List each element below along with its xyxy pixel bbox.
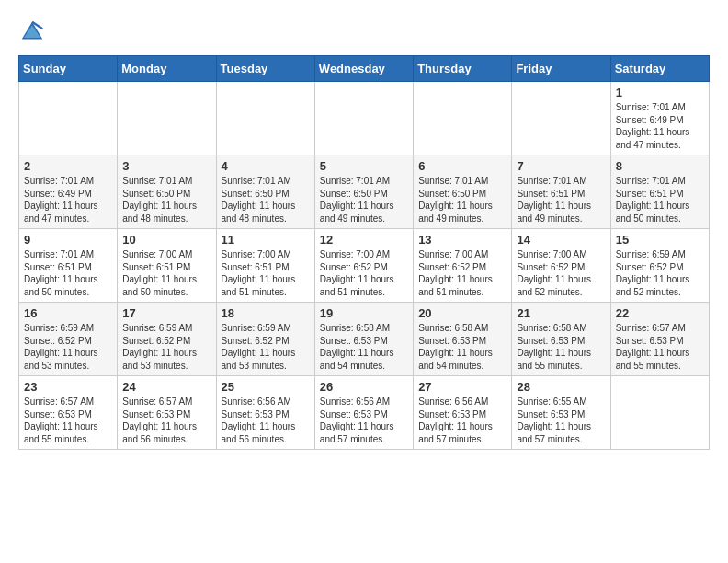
day-number: 27 bbox=[418, 380, 506, 394]
calendar-cell: 7Sunrise: 7:01 AM Sunset: 6:51 PM Daylig… bbox=[512, 155, 610, 229]
calendar-cell: 19Sunrise: 6:58 AM Sunset: 6:53 PM Dayli… bbox=[314, 303, 413, 376]
calendar-cell bbox=[216, 82, 314, 155]
calendar-cell: 21Sunrise: 6:58 AM Sunset: 6:53 PM Dayli… bbox=[512, 303, 610, 376]
day-info: Sunrise: 7:01 AM Sunset: 6:50 PM Dayligh… bbox=[122, 175, 210, 224]
day-info: Sunrise: 6:56 AM Sunset: 6:53 PM Dayligh… bbox=[418, 396, 506, 445]
calendar-cell: 25Sunrise: 6:56 AM Sunset: 6:53 PM Dayli… bbox=[216, 376, 314, 450]
calendar-cell bbox=[19, 82, 118, 155]
day-info: Sunrise: 6:59 AM Sunset: 6:52 PM Dayligh… bbox=[122, 322, 210, 372]
calendar-cell bbox=[314, 82, 413, 155]
day-info: Sunrise: 6:58 AM Sunset: 6:53 PM Dayligh… bbox=[418, 322, 506, 372]
day-info: Sunrise: 7:01 AM Sunset: 6:51 PM Dayligh… bbox=[616, 175, 704, 224]
day-number: 7 bbox=[517, 159, 605, 173]
day-number: 8 bbox=[616, 159, 704, 173]
day-number: 6 bbox=[418, 159, 506, 173]
day-info: Sunrise: 6:55 AM Sunset: 6:53 PM Dayligh… bbox=[517, 396, 605, 445]
page-header bbox=[18, 18, 710, 46]
day-number: 14 bbox=[517, 233, 605, 247]
calendar-cell: 11Sunrise: 7:00 AM Sunset: 6:51 PM Dayli… bbox=[216, 229, 314, 303]
calendar-week-row: 23Sunrise: 6:57 AM Sunset: 6:53 PM Dayli… bbox=[19, 376, 710, 450]
day-number: 19 bbox=[320, 306, 408, 320]
day-number: 2 bbox=[24, 159, 112, 173]
weekday-header-monday: Monday bbox=[118, 56, 216, 82]
day-number: 28 bbox=[517, 380, 605, 394]
weekday-header-saturday: Saturday bbox=[610, 56, 709, 82]
day-number: 4 bbox=[222, 159, 310, 173]
day-info: Sunrise: 7:00 AM Sunset: 6:52 PM Dayligh… bbox=[517, 248, 605, 298]
calendar-cell: 20Sunrise: 6:58 AM Sunset: 6:53 PM Dayli… bbox=[414, 303, 512, 376]
calendar-cell: 14Sunrise: 7:00 AM Sunset: 6:52 PM Dayli… bbox=[512, 229, 610, 303]
day-number: 10 bbox=[122, 233, 210, 247]
calendar-cell: 15Sunrise: 6:59 AM Sunset: 6:52 PM Dayli… bbox=[610, 229, 709, 303]
day-number: 9 bbox=[24, 233, 112, 247]
calendar-cell: 17Sunrise: 6:59 AM Sunset: 6:52 PM Dayli… bbox=[118, 303, 216, 376]
calendar-cell: 28Sunrise: 6:55 AM Sunset: 6:53 PM Dayli… bbox=[512, 376, 610, 450]
calendar-cell: 23Sunrise: 6:57 AM Sunset: 6:53 PM Dayli… bbox=[19, 376, 118, 450]
day-info: Sunrise: 7:01 AM Sunset: 6:50 PM Dayligh… bbox=[320, 175, 408, 224]
calendar-cell: 24Sunrise: 6:57 AM Sunset: 6:53 PM Dayli… bbox=[118, 376, 216, 450]
calendar-cell: 16Sunrise: 6:59 AM Sunset: 6:52 PM Dayli… bbox=[19, 303, 118, 376]
calendar-cell: 26Sunrise: 6:56 AM Sunset: 6:53 PM Dayli… bbox=[314, 376, 413, 450]
calendar-cell bbox=[512, 82, 610, 155]
calendar-cell: 8Sunrise: 7:01 AM Sunset: 6:51 PM Daylig… bbox=[610, 155, 709, 229]
calendar-week-row: 16Sunrise: 6:59 AM Sunset: 6:52 PM Dayli… bbox=[19, 303, 710, 376]
logo bbox=[18, 18, 50, 46]
calendar-cell: 4Sunrise: 7:01 AM Sunset: 6:50 PM Daylig… bbox=[216, 155, 314, 229]
calendar-cell: 12Sunrise: 7:00 AM Sunset: 6:52 PM Dayli… bbox=[314, 229, 413, 303]
day-info: Sunrise: 7:01 AM Sunset: 6:50 PM Dayligh… bbox=[222, 175, 310, 224]
day-info: Sunrise: 7:00 AM Sunset: 6:52 PM Dayligh… bbox=[320, 248, 408, 298]
calendar-header-row: SundayMondayTuesdayWednesdayThursdayFrid… bbox=[19, 56, 710, 82]
day-info: Sunrise: 6:56 AM Sunset: 6:53 PM Dayligh… bbox=[222, 396, 310, 445]
day-number: 12 bbox=[320, 233, 408, 247]
calendar-cell: 2Sunrise: 7:01 AM Sunset: 6:49 PM Daylig… bbox=[19, 155, 118, 229]
calendar-cell: 22Sunrise: 6:57 AM Sunset: 6:53 PM Dayli… bbox=[610, 303, 709, 376]
calendar-cell: 6Sunrise: 7:01 AM Sunset: 6:50 PM Daylig… bbox=[414, 155, 512, 229]
weekday-header-sunday: Sunday bbox=[19, 56, 118, 82]
day-info: Sunrise: 7:01 AM Sunset: 6:50 PM Dayligh… bbox=[418, 175, 506, 224]
day-number: 22 bbox=[616, 306, 704, 320]
day-number: 24 bbox=[122, 380, 210, 394]
day-number: 15 bbox=[616, 233, 704, 247]
day-number: 11 bbox=[222, 233, 310, 247]
day-info: Sunrise: 7:01 AM Sunset: 6:49 PM Dayligh… bbox=[24, 175, 112, 224]
day-number: 17 bbox=[122, 306, 210, 320]
calendar-cell: 3Sunrise: 7:01 AM Sunset: 6:50 PM Daylig… bbox=[118, 155, 216, 229]
day-number: 21 bbox=[517, 306, 605, 320]
day-info: Sunrise: 6:58 AM Sunset: 6:53 PM Dayligh… bbox=[320, 322, 408, 372]
day-number: 25 bbox=[222, 380, 310, 394]
weekday-header-wednesday: Wednesday bbox=[314, 56, 413, 82]
calendar-cell: 27Sunrise: 6:56 AM Sunset: 6:53 PM Dayli… bbox=[414, 376, 512, 450]
day-number: 3 bbox=[122, 159, 210, 173]
day-number: 13 bbox=[418, 233, 506, 247]
day-info: Sunrise: 7:01 AM Sunset: 6:49 PM Dayligh… bbox=[616, 101, 704, 151]
weekday-header-friday: Friday bbox=[512, 56, 610, 82]
calendar-cell bbox=[414, 82, 512, 155]
day-info: Sunrise: 6:59 AM Sunset: 6:52 PM Dayligh… bbox=[24, 322, 112, 372]
day-number: 5 bbox=[320, 159, 408, 173]
logo-icon bbox=[18, 18, 46, 46]
calendar-cell: 5Sunrise: 7:01 AM Sunset: 6:50 PM Daylig… bbox=[314, 155, 413, 229]
day-info: Sunrise: 6:57 AM Sunset: 6:53 PM Dayligh… bbox=[616, 322, 704, 372]
day-info: Sunrise: 7:00 AM Sunset: 6:51 PM Dayligh… bbox=[222, 248, 310, 298]
day-number: 18 bbox=[222, 306, 310, 320]
calendar-cell: 10Sunrise: 7:00 AM Sunset: 6:51 PM Dayli… bbox=[118, 229, 216, 303]
day-number: 26 bbox=[320, 380, 408, 394]
calendar-table: SundayMondayTuesdayWednesdayThursdayFrid… bbox=[18, 55, 710, 450]
day-number: 20 bbox=[418, 306, 506, 320]
calendar-week-row: 1Sunrise: 7:01 AM Sunset: 6:49 PM Daylig… bbox=[19, 82, 710, 155]
day-info: Sunrise: 6:57 AM Sunset: 6:53 PM Dayligh… bbox=[122, 396, 210, 445]
day-info: Sunrise: 6:56 AM Sunset: 6:53 PM Dayligh… bbox=[320, 396, 408, 445]
day-info: Sunrise: 6:59 AM Sunset: 6:52 PM Dayligh… bbox=[222, 322, 310, 372]
day-info: Sunrise: 7:01 AM Sunset: 6:51 PM Dayligh… bbox=[517, 175, 605, 224]
calendar-cell bbox=[610, 376, 709, 450]
day-number: 23 bbox=[24, 380, 112, 394]
day-info: Sunrise: 6:59 AM Sunset: 6:52 PM Dayligh… bbox=[616, 248, 704, 298]
weekday-header-tuesday: Tuesday bbox=[216, 56, 314, 82]
day-number: 16 bbox=[24, 306, 112, 320]
day-info: Sunrise: 7:00 AM Sunset: 6:52 PM Dayligh… bbox=[418, 248, 506, 298]
calendar-cell: 13Sunrise: 7:00 AM Sunset: 6:52 PM Dayli… bbox=[414, 229, 512, 303]
calendar-week-row: 2Sunrise: 7:01 AM Sunset: 6:49 PM Daylig… bbox=[19, 155, 710, 229]
calendar-cell: 18Sunrise: 6:59 AM Sunset: 6:52 PM Dayli… bbox=[216, 303, 314, 376]
calendar-cell: 1Sunrise: 7:01 AM Sunset: 6:49 PM Daylig… bbox=[610, 82, 709, 155]
day-info: Sunrise: 6:57 AM Sunset: 6:53 PM Dayligh… bbox=[24, 396, 112, 445]
